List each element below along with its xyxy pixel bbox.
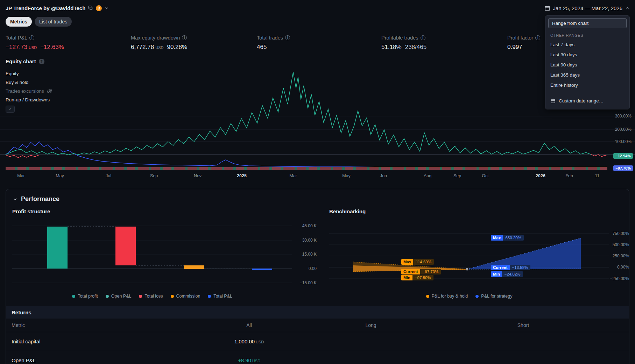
benchmarking-title: Benchmarking	[329, 208, 629, 214]
convergence-dot	[466, 268, 468, 271]
metric-pct: 238/465	[405, 44, 426, 51]
legend-label: P&L for buy & hold	[432, 294, 468, 299]
menu-item-last-90-days[interactable]: Last 90 days	[545, 60, 629, 70]
menu-item-entire-history[interactable]: Entire history	[545, 80, 629, 90]
table-row-initial-capital: Initial capital 1,000.00USD	[6, 332, 629, 351]
legend-dot	[171, 295, 174, 298]
chip-value: −97.80%	[412, 275, 433, 280]
runup-drawdown-strip	[6, 167, 607, 170]
legend-trades-excursions[interactable]: Trades excursions	[6, 87, 52, 95]
strategy-current-chip: Current−13.58%	[491, 265, 530, 270]
xtick: Nov	[194, 173, 202, 178]
strategy-max-chip: Max650.20%	[491, 235, 524, 241]
row-metric: Initial capital	[6, 338, 174, 344]
xtick: Oct	[482, 173, 488, 178]
xtick: Sep	[453, 173, 461, 178]
legend-dot	[475, 295, 479, 298]
table-row-open-pl: Open P&L +8.90USD	[6, 351, 629, 364]
legend-commission[interactable]: Commission	[171, 294, 200, 299]
info-icon[interactable]: i	[182, 35, 187, 40]
info-icon[interactable]: i	[29, 35, 34, 40]
copy-icon[interactable]	[88, 6, 93, 10]
legend-label: Open P&L	[111, 294, 132, 299]
chip-label: Min	[491, 271, 502, 277]
ytick: 15.00 K	[302, 252, 317, 257]
info-icon[interactable]: i	[421, 35, 425, 40]
help-icon[interactable]: ?	[39, 59, 44, 64]
menu-group-label: OTHER RANGES	[545, 30, 629, 40]
performance-header[interactable]: Performance	[6, 189, 629, 204]
calendar-icon	[544, 5, 550, 11]
date-range-label: Jan 25, 2024 — Mar 22, 2026	[553, 5, 622, 11]
legend-runup-drawdowns[interactable]: Run-up / Drawdowns	[6, 95, 52, 104]
metrics-row: Total P&Li −127.73USD−12.63% Max equity …	[0, 30, 635, 53]
metric-value: 51.18%	[381, 44, 402, 51]
xtick: Mar	[289, 173, 297, 178]
metric-unit: USD	[155, 45, 163, 50]
col-metric: Metric	[6, 322, 174, 328]
menu-item-last-7-days[interactable]: Last 7 days	[545, 40, 629, 50]
eye-off-icon[interactable]	[47, 88, 52, 94]
chip-label: Current	[401, 269, 420, 274]
legend-label: Equity	[6, 71, 19, 76]
top-bar: JP TrendForce by @DaviddTech B Jan 25, 2…	[0, 0, 635, 16]
row-value: 1,000.00	[234, 338, 255, 344]
info-icon[interactable]: i	[535, 35, 540, 40]
legend-label: Total loss	[144, 294, 163, 299]
xtick: Jun	[380, 173, 387, 178]
ytick: 30.00 K	[302, 238, 317, 243]
tab-list-of-trades[interactable]: List of trades	[35, 17, 72, 27]
returns-table-header: Metric All Long Short	[6, 319, 629, 332]
legend-pl-buy-hold[interactable]: P&L for buy & hold	[426, 294, 468, 299]
menu-item-custom-date-range[interactable]: Custom date range…	[545, 95, 629, 106]
benchmarking-chart: Max114.69% Current−97.70% Min−97.80% Max…	[329, 220, 629, 291]
legend-buy-hold[interactable]: Buy & hold	[6, 78, 52, 87]
chip-label: Current	[491, 265, 510, 270]
metric-label: Max equity drawdown	[131, 35, 180, 41]
legend-equity[interactable]: Equity	[6, 69, 52, 78]
legend-open-pl[interactable]: Open P&L	[106, 294, 132, 299]
chip-label: Max	[491, 235, 503, 241]
legend-dot	[106, 295, 109, 298]
legend-label: P&L for strategy	[481, 294, 512, 299]
legend-pl-strategy[interactable]: P&L for strategy	[475, 294, 512, 299]
equity-chart-area: Equity Buy & hold Trades excursions Run-…	[0, 66, 635, 180]
ytick: 500.00%	[613, 242, 629, 247]
equity-ytick: 200.00%	[615, 127, 632, 132]
xtick-year: 2025	[237, 173, 247, 178]
chevron-down-icon[interactable]	[105, 6, 109, 10]
menu-divider	[545, 93, 629, 93]
xtick: Sep	[150, 173, 158, 178]
metric-label: Profit factor	[507, 35, 533, 41]
metric-label: Total P&L	[6, 35, 27, 41]
equity-line-chart	[0, 66, 635, 171]
equity-line-negative-end	[591, 155, 607, 157]
date-range-button[interactable]: Jan 25, 2024 — Mar 22, 2026	[544, 5, 629, 11]
metric-max-drawdown: Max equity drawdowni 6,772.78USD90.28%	[131, 35, 257, 51]
row-unit: USD	[256, 340, 264, 344]
menu-item-last-365-days[interactable]: Last 365 days	[545, 70, 629, 80]
legend-total-profit[interactable]: Total profit	[72, 294, 98, 299]
legend-dot	[139, 295, 142, 298]
menu-item-last-30-days[interactable]: Last 30 days	[545, 50, 629, 60]
collapse-chart-button[interactable]	[6, 106, 15, 113]
menu-item-range-from-chart[interactable]: Range from chart	[548, 18, 627, 28]
buyhold-max-chip: Max114.69%	[401, 259, 434, 265]
buyhold-min-chip: Min−97.80%	[401, 275, 433, 280]
info-icon[interactable]: i	[285, 35, 290, 40]
legend-label: Total P&L	[213, 294, 232, 299]
performance-panel: Performance Profit structure	[6, 189, 629, 364]
legend-total-loss[interactable]: Total loss	[139, 294, 163, 299]
legend-label: Run-up / Drawdowns	[6, 97, 50, 102]
row-value: +8.90	[238, 357, 251, 363]
calendar-icon	[550, 98, 556, 104]
chip-value: −13.58%	[510, 265, 531, 270]
metric-pct: 90.28%	[167, 44, 187, 51]
profit-structure-title: Profit structure	[12, 208, 317, 214]
col-long: Long	[324, 322, 417, 328]
legend-total-pl[interactable]: Total P&L	[208, 294, 232, 299]
chevron-down-icon	[13, 197, 17, 201]
bar-total-profit	[47, 227, 68, 269]
tab-metrics[interactable]: Metrics	[6, 17, 32, 27]
legend-label: Trades excursions	[6, 88, 44, 94]
